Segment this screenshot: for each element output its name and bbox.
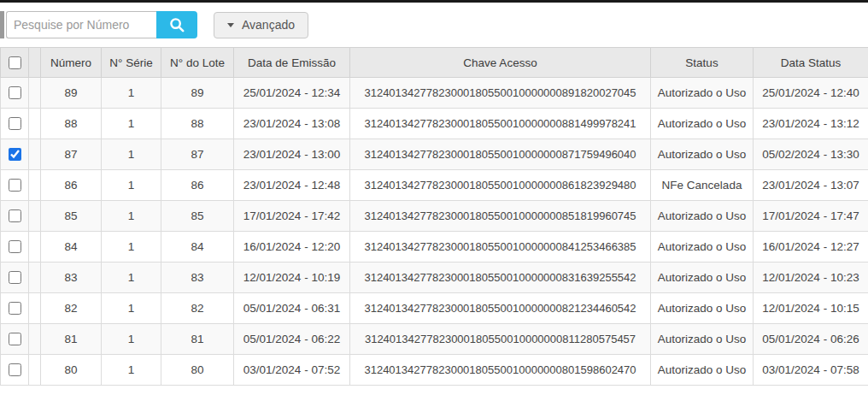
row-checkbox-cell (1, 109, 29, 139)
cell-data-status: 12/01/2024 - 10:15 (754, 293, 868, 324)
search-group (6, 11, 197, 38)
header-lote[interactable]: N° do Lote (161, 48, 234, 78)
cell-data-status: 12/01/2024 - 10:23 (754, 262, 868, 293)
select-all-cell (1, 48, 29, 78)
table-row[interactable]: 89 1 89 25/01/2024 - 12:34 3124013427782… (1, 78, 868, 109)
cell-numero: 85 (41, 201, 102, 232)
row-checkbox[interactable] (9, 117, 21, 130)
header-chave[interactable]: Chave Acesso (350, 48, 651, 78)
cell-emissao: 23/01/2024 - 13:00 (234, 139, 350, 170)
cell-data-status: 03/01/2024 - 07:58 (754, 355, 868, 386)
cell-status: Autorizado o Uso (651, 139, 754, 170)
cell-chave: 3124013427782300018055001000000088149997… (350, 109, 651, 139)
cell-lote: 89 (161, 78, 234, 109)
table-header-row: Número N° Série N° do Lote Data de Emiss… (1, 48, 868, 78)
table-row[interactable]: 84 1 84 16/01/2024 - 12:20 3124013427782… (1, 232, 868, 262)
cell-status: Autorizado o Uso (651, 201, 754, 232)
row-spacer-cell (29, 201, 41, 232)
cell-chave: 3124013427782300018055001000000086182392… (350, 170, 651, 201)
table-row[interactable]: 86 1 86 23/01/2024 - 12:48 3124013427782… (1, 170, 868, 201)
search-input[interactable] (6, 11, 156, 38)
table-row[interactable]: 85 1 85 17/01/2024 - 17:42 3124013427782… (1, 201, 868, 232)
cell-serie: 1 (102, 109, 161, 139)
cell-serie: 1 (102, 262, 161, 293)
cell-data-status: 16/01/2024 - 12:27 (754, 232, 868, 262)
cell-lote: 80 (161, 355, 234, 386)
cell-status: Autorizado o Uso (651, 78, 754, 109)
cell-status: Autorizado o Uso (651, 355, 754, 386)
row-spacer-cell (29, 262, 41, 293)
row-checkbox[interactable] (9, 209, 21, 222)
cell-serie: 1 (102, 324, 161, 355)
advanced-button[interactable]: Avançado (214, 12, 308, 38)
header-numero[interactable]: Número (41, 48, 102, 78)
row-checkbox-cell (1, 262, 29, 293)
row-checkbox-cell (1, 139, 29, 170)
cell-chave: 3124013427782300018055001000000081128057… (350, 324, 651, 355)
cell-status: Autorizado o Uso (651, 262, 754, 293)
row-checkbox[interactable] (9, 363, 21, 376)
header-spacer-cell (29, 48, 41, 78)
cell-emissao: 17/01/2024 - 17:42 (234, 201, 350, 232)
cell-numero: 83 (41, 262, 102, 293)
row-spacer-cell (29, 324, 41, 355)
row-checkbox[interactable] (9, 302, 21, 315)
row-spacer-cell (29, 78, 41, 109)
row-spacer-cell (29, 139, 41, 170)
row-spacer-cell (29, 232, 41, 262)
table-row[interactable]: 81 1 81 05/01/2024 - 06:22 3124013427782… (1, 324, 868, 355)
table-row[interactable]: 82 1 82 05/01/2024 - 06:31 3124013427782… (1, 293, 868, 324)
search-button[interactable] (156, 11, 197, 38)
cell-lote: 88 (161, 109, 234, 139)
cell-lote: 83 (161, 262, 234, 293)
header-emissao[interactable]: Data de Emissão (234, 48, 350, 78)
header-status[interactable]: Status (651, 48, 754, 78)
row-checkbox-cell (1, 78, 29, 109)
row-spacer-cell (29, 355, 41, 386)
table-row[interactable]: 83 1 83 12/01/2024 - 10:19 3124013427782… (1, 262, 868, 293)
row-checkbox[interactable] (9, 148, 21, 161)
row-checkbox-cell (1, 293, 29, 324)
cell-data-status: 17/01/2024 - 17:47 (754, 201, 868, 232)
row-checkbox-cell (1, 170, 29, 201)
cell-serie: 1 (102, 139, 161, 170)
invoices-table: Número N° Série N° do Lote Data de Emiss… (0, 47, 868, 386)
cell-serie: 1 (102, 355, 161, 386)
toolbar-left-divider (0, 11, 4, 38)
row-checkbox-cell (1, 324, 29, 355)
cell-serie: 1 (102, 293, 161, 324)
row-checkbox[interactable] (9, 333, 21, 345)
table-body: 89 1 89 25/01/2024 - 12:34 3124013427782… (1, 78, 868, 386)
cell-lote: 87 (161, 139, 234, 170)
advanced-button-label: Avançado (242, 18, 295, 32)
cell-numero: 80 (41, 355, 102, 386)
cell-chave: 3124013427782300018055001000000082123446… (350, 293, 651, 324)
cell-emissao: 23/01/2024 - 13:08 (234, 109, 350, 139)
header-serie[interactable]: N° Série (102, 48, 161, 78)
cell-data-status: 05/01/2024 - 06:26 (754, 324, 868, 355)
table-row[interactable]: 80 1 80 03/01/2024 - 07:52 3124013427782… (1, 355, 868, 386)
cell-status: Autorizado o Uso (651, 232, 754, 262)
cell-serie: 1 (102, 232, 161, 262)
row-checkbox[interactable] (9, 271, 21, 284)
table-row[interactable]: 88 1 88 23/01/2024 - 13:08 3124013427782… (1, 109, 868, 139)
row-spacer-cell (29, 170, 41, 201)
cell-emissao: 05/01/2024 - 06:22 (234, 324, 350, 355)
row-checkbox[interactable] (9, 86, 21, 99)
cell-data-status: 23/01/2024 - 13:12 (754, 109, 868, 139)
table-row[interactable]: 87 1 87 23/01/2024 - 13:00 3124013427782… (1, 139, 868, 170)
cell-numero: 87 (41, 139, 102, 170)
cell-data-status: 23/01/2024 - 13:07 (754, 170, 868, 201)
cell-lote: 81 (161, 324, 234, 355)
row-checkbox[interactable] (9, 240, 21, 253)
row-checkbox[interactable] (9, 179, 21, 192)
cell-emissao: 23/01/2024 - 12:48 (234, 170, 350, 201)
cell-emissao: 16/01/2024 - 12:20 (234, 232, 350, 262)
cell-lote: 82 (161, 293, 234, 324)
cell-lote: 85 (161, 201, 234, 232)
header-data-status[interactable]: Data Status (754, 48, 868, 78)
cell-serie: 1 (102, 201, 161, 232)
cell-chave: 3124013427782300018055001000000085181996… (350, 201, 651, 232)
row-checkbox-cell (1, 201, 29, 232)
select-all-checkbox[interactable] (9, 56, 21, 69)
